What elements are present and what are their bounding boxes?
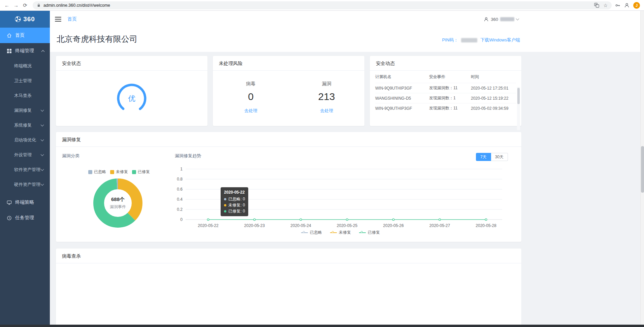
x-tick: 2020-05-27	[429, 223, 450, 228]
content: 安全状态 优 未处理风险 病毒	[56, 52, 521, 327]
virus-scan-panel: 病毒查杀	[56, 249, 521, 327]
sidebar-item-label: 软件资产管理	[14, 167, 40, 173]
sidebar-item-startup-optimization[interactable]: 启动项优化	[0, 133, 50, 148]
page-header: 北京奇虎科技有限公司 PIN码： 下载Windows客户端	[50, 28, 644, 52]
browser-back-button[interactable]: ←	[3, 1, 11, 9]
sidebar-item-system-repair[interactable]: 系统修复	[0, 118, 50, 133]
unhandled-risks-card: 未处理风险 病毒 0 去处理 漏洞 213 去处理	[213, 56, 364, 126]
sidebar-item-hardware-assets[interactable]: 硬件资产管理	[0, 177, 50, 192]
sidebar-item-home[interactable]: 首页	[0, 28, 50, 43]
logo[interactable]: 360	[0, 11, 50, 28]
pin-value-redacted	[461, 38, 477, 42]
user-menu[interactable]: 360	[484, 11, 519, 28]
scrollbar-thumb[interactable]	[517, 88, 520, 104]
legend-swatch	[88, 170, 92, 174]
profile-person-icon[interactable]	[624, 3, 630, 8]
chevron-down-icon	[41, 138, 44, 141]
cell-time: 2020-05-12 17:25:01	[471, 86, 516, 91]
translate-icon[interactable]	[594, 3, 599, 8]
chevron-down-icon	[41, 182, 44, 186]
sidebar-item-terminal-overview[interactable]: 终端概况	[0, 59, 50, 73]
legend-item-unfixed[interactable]: 未修复	[110, 169, 128, 175]
card-title: 安全状态	[56, 56, 207, 71]
sidebar-item-peripheral-management[interactable]: 外设管理	[0, 148, 50, 162]
url-text: admin.online.360.cn/dist/#/welcome	[43, 3, 591, 8]
sidebar-group-terminal-management[interactable]: 终端管理	[0, 43, 50, 59]
browser-forward-button[interactable]: →	[12, 1, 20, 9]
legend-swatch	[110, 170, 114, 174]
pin-label: PIN码：	[442, 37, 458, 43]
menu-toggle-icon[interactable]	[55, 17, 61, 22]
handle-virus-link[interactable]: 去处理	[244, 108, 257, 114]
range-30d-button[interactable]: 30天	[491, 153, 508, 161]
browser-refresh-button[interactable]: ⟳	[21, 1, 29, 9]
bookmark-star-icon[interactable]: ☆	[603, 3, 608, 8]
clock-icon	[7, 216, 12, 221]
browser-profile-avatar[interactable]: J	[633, 2, 640, 9]
risk-vulnerability: 漏洞 213 去处理	[289, 71, 364, 126]
card-title: 未处理风险	[213, 56, 364, 71]
taskbar-sliver	[0, 325, 644, 327]
sidebar-item-label: 任务管理	[15, 215, 34, 221]
page-scrollbar[interactable]	[640, 11, 644, 325]
legend-swatch	[132, 170, 136, 174]
main-area: 首页 360 北京奇虎科技有限公司 PIN码： 下载Windows客户端	[50, 11, 644, 327]
y-tick: 0	[180, 217, 183, 222]
sidebar-item-label: 硬件资产管理	[14, 182, 40, 188]
risk-virus: 病毒 0 去处理	[213, 71, 289, 126]
download-windows-client-link[interactable]: 下载Windows客户端	[480, 37, 520, 43]
monitor-icon	[7, 200, 12, 205]
activity-scrollbar[interactable]	[517, 87, 520, 130]
breadcrumb[interactable]: 首页	[67, 16, 77, 22]
table-row: WIN-9Q9UTHIP3GF 发现漏洞数：11 2020-05-02 09:3…	[375, 103, 516, 113]
column-event: 安全事件	[429, 74, 471, 80]
cell-event: 发现漏洞数：1	[429, 95, 471, 101]
trend-subtitle: 漏洞修复趋势	[175, 153, 201, 159]
cell-computer: WIN-9Q9UTHIP3GF	[375, 106, 429, 111]
legend-item-unfixed[interactable]: 未修复	[330, 230, 351, 235]
legend-item-ignored[interactable]: 已忽略	[301, 230, 322, 235]
page-title: 北京奇虎科技有限公司	[57, 34, 137, 44]
sidebar-item-task-management[interactable]: 任务管理	[0, 210, 50, 226]
legend-label: 已忽略	[310, 230, 322, 235]
user-name-redacted	[500, 17, 514, 21]
scrollbar-thumb[interactable]	[641, 146, 644, 193]
chevron-down-icon	[516, 17, 519, 20]
x-tick: 2020-05-22	[198, 223, 219, 228]
sidebar-item-software-assets[interactable]: 软件资产管理	[0, 162, 50, 177]
panel-title: 漏洞修复	[56, 132, 521, 147]
x-tick: 2020-05-28	[476, 223, 496, 228]
legend-label: 未修复	[116, 169, 128, 175]
lock-icon	[37, 3, 41, 7]
sidebar-item-terminal-policy[interactable]: 终端策略	[0, 195, 50, 210]
legend-item-fixed[interactable]: 已修复	[132, 169, 150, 175]
chevron-down-icon	[41, 167, 44, 171]
browser-toolbar-right: J	[615, 2, 641, 9]
chevron-down-icon	[41, 123, 44, 126]
legend-label: 已修复	[138, 169, 150, 175]
risk-label: 漏洞	[322, 81, 331, 87]
sidebar-item-label: 卫士管理	[14, 78, 32, 84]
sidebar: 360 首页 终端管理 终端	[0, 11, 50, 327]
sidebar-item-label: 木马查杀	[14, 93, 32, 99]
y-tick: 1	[180, 167, 183, 171]
sidebar-item-vulnerability-repair[interactable]: 漏洞修复	[0, 103, 50, 118]
x-tick: 2020-05-23	[244, 223, 265, 228]
sidebar-nav: 首页 终端管理 终端概况 卫士管理 木马查杀	[0, 28, 50, 226]
sidebar-item-trojan-scan[interactable]: 木马查杀	[0, 88, 50, 103]
trend-line-chart: 1 0.8 0.6 0.4 0.2 0	[170, 166, 511, 231]
legend-item-fixed[interactable]: 已修复	[359, 230, 380, 235]
legend-item-ignored[interactable]: 已忽略	[88, 169, 106, 175]
cell-computer: WANGSHINING-D5	[375, 96, 429, 101]
range-toggle: 7天 30天	[476, 153, 508, 161]
gauge-grade-text: 优	[128, 94, 135, 103]
sidebar-item-guard-management[interactable]: 卫士管理	[0, 73, 50, 88]
handle-vulnerability-link[interactable]: 去处理	[320, 108, 333, 114]
x-tick: 2020-05-25	[337, 223, 358, 228]
vulnerability-donut-chart	[91, 176, 145, 230]
risk-value: 0	[248, 91, 254, 102]
key-icon[interactable]	[615, 3, 620, 8]
range-7d-button[interactable]: 7天	[476, 153, 491, 161]
address-bar[interactable]: admin.online.360.cn/dist/#/welcome ☆	[33, 1, 612, 9]
x-tick: 2020-05-26	[383, 223, 404, 228]
